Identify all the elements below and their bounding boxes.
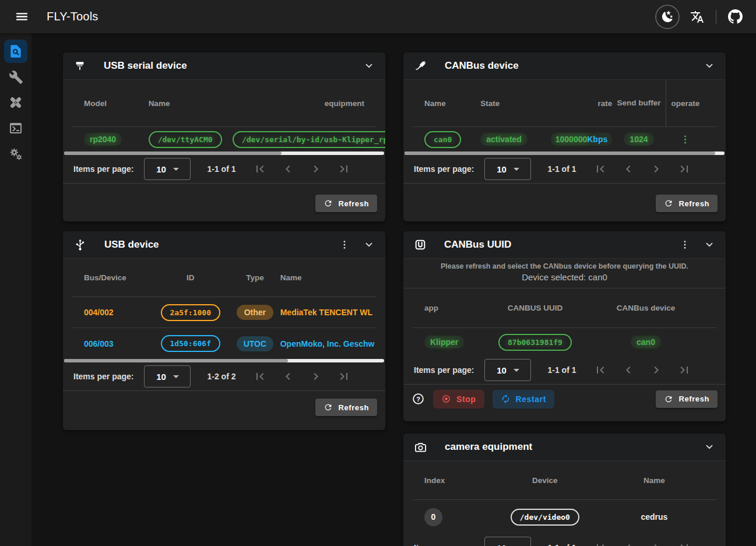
refresh-button[interactable]: Refresh [656,390,718,408]
sidebar-item-services[interactable] [4,142,27,165]
help-button[interactable] [412,392,425,406]
notice-text: Please refresh and select the CANbus dev… [409,262,720,270]
help-circle-icon [412,392,425,406]
collapse-button[interactable] [704,441,715,453]
sidebar [0,33,31,546]
pagination-bar: Items per page: 10 1-1 of 1 [403,155,726,183]
scrollbar-thumb[interactable] [405,152,715,155]
card-menu-button[interactable] [679,239,691,251]
items-per-page-select[interactable]: 10 [484,537,531,546]
camera-icon [414,441,427,454]
items-per-page-select[interactable]: 10 [144,365,191,388]
translate-button[interactable] [684,4,710,30]
chevron-left-icon [621,162,635,176]
first-page-button[interactable] [589,537,612,546]
caret-down-icon [173,168,179,171]
chevron-right-icon [649,363,663,377]
next-page-button[interactable] [645,359,668,382]
first-page-icon [253,369,267,383]
items-per-page-value: 10 [497,164,507,174]
refresh-button[interactable]: Refresh [656,195,718,212]
previous-page-button[interactable] [617,359,640,382]
cable-icon [414,59,427,73]
first-page-button[interactable] [589,359,612,382]
items-per-page-select[interactable]: 10 [484,158,531,180]
translate-icon [690,10,704,24]
column-header-name: Name [424,99,480,108]
refresh-button[interactable]: Refresh [315,195,377,212]
last-page-button[interactable] [673,359,696,382]
card-footer: Refresh [403,183,726,221]
canbus-device-value: can0 [631,336,661,348]
horizontal-scrollbar[interactable] [64,152,384,155]
column-header-name: Name [280,273,364,282]
page-range-label: 1-1 of 1 [207,164,235,174]
sidebar-item-patch[interactable] [4,91,27,114]
collapse-button[interactable] [363,239,375,251]
app-title: FLY-Tools [47,10,99,23]
next-page-button[interactable] [305,158,328,181]
refresh-icon [664,199,673,208]
items-per-page-value: 10 [497,365,507,375]
page-range-label: 1-1 of 1 [547,164,576,174]
collapse-button[interactable] [704,60,715,72]
last-page-button[interactable] [333,158,356,181]
app-value: Klipper [424,336,464,348]
items-per-page-select[interactable]: 10 [144,158,191,180]
next-page-button[interactable] [645,537,668,546]
column-header-state: State [480,99,542,108]
sidebar-item-terminal[interactable] [4,117,27,140]
gears-icon [9,147,23,161]
sidebar-item-device-query[interactable] [4,40,27,63]
next-page-button[interactable] [305,365,328,388]
device-name-value: MediaTek TENCENT WL [280,308,372,317]
items-per-page-value: 10 [497,543,507,546]
first-page-button[interactable] [589,158,612,181]
items-per-page-value: 10 [156,372,166,382]
items-per-page-value: 10 [156,164,166,174]
column-header-send-buffer: Send buffer [612,98,665,108]
dots-vertical-icon [679,239,691,251]
model-value: rp2040 [84,133,122,146]
camera-index-badge: 0 [424,508,442,526]
send-buffer-value: 1024 [624,133,653,146]
wrench-icon [9,70,23,84]
github-button[interactable] [722,4,748,30]
previous-page-button[interactable] [617,537,640,546]
last-page-button[interactable] [673,537,696,546]
first-page-button[interactable] [249,365,272,388]
theme-toggle-button[interactable] [655,5,680,29]
refresh-button[interactable]: Refresh [315,399,377,416]
previous-page-button[interactable] [277,158,300,181]
scrollbar-thumb[interactable] [64,152,282,155]
items-per-page-label: Items per page: [414,365,474,375]
collapse-button[interactable] [363,60,375,72]
horizontal-scrollbar[interactable] [64,359,384,362]
restart-button[interactable]: Restart [493,390,554,408]
notice-block: Please refresh and select the CANbus dev… [403,259,726,288]
first-page-button[interactable] [249,158,272,181]
horizontal-scrollbar[interactable] [405,152,725,155]
page-range-label: 1-1 of 1 [547,365,576,375]
chevron-down-icon [363,60,375,72]
sidebar-item-tools[interactable] [4,65,27,89]
chevron-right-icon [309,369,323,383]
type-chip: UTOC [237,336,273,351]
previous-page-button[interactable] [277,365,300,388]
row-operate-menu-button[interactable] [679,133,691,146]
record-circle-icon [441,394,451,404]
card-menu-button[interactable] [339,239,350,251]
last-page-button[interactable] [333,365,356,388]
last-page-button[interactable] [673,158,696,181]
items-per-page-select[interactable]: 10 [484,359,531,381]
collapse-button[interactable] [704,239,715,251]
usb-icon [73,238,87,252]
stop-button[interactable]: Stop [433,390,484,408]
scrollbar-thumb[interactable] [64,359,288,362]
last-page-icon [337,369,351,383]
previous-page-button[interactable] [617,158,640,181]
usb-id-badge: 1d50:606f [161,335,220,352]
table-row: rp2040 /dev/ttyACM0 /dev/serial/by-id/us… [72,127,376,152]
next-page-button[interactable] [645,158,668,181]
menu-button[interactable] [9,5,34,29]
